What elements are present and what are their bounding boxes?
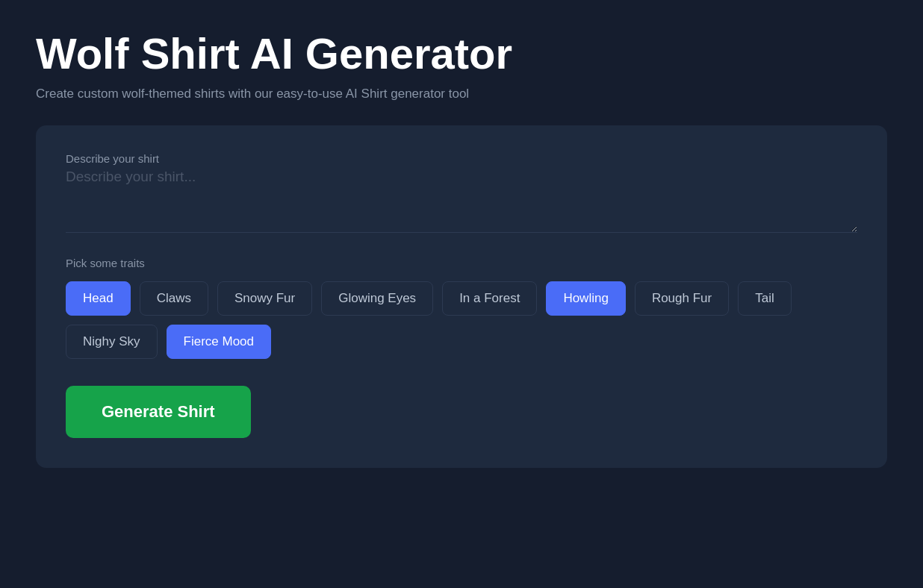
trait-btn-nighy-sky[interactable]: Nighy Sky (66, 325, 158, 359)
description-label: Describe your shirt (66, 152, 159, 165)
trait-btn-in-a-forest[interactable]: In a Forest (442, 281, 537, 316)
trait-btn-rough-fur[interactable]: Rough Fur (635, 281, 729, 316)
generate-button[interactable]: Generate Shirt (66, 386, 251, 438)
traits-label: Pick some traits (66, 257, 857, 269)
trait-btn-howling[interactable]: Howling (546, 281, 625, 316)
traits-container: HeadClawsSnowy FurGlowing EyesIn a Fores… (66, 281, 857, 359)
main-card: Describe your shirt Pick some traits Hea… (36, 125, 887, 468)
page-subtitle: Create custom wolf-themed shirts with ou… (36, 87, 887, 101)
trait-btn-snowy-fur[interactable]: Snowy Fur (217, 281, 312, 316)
trait-btn-claws[interactable]: Claws (140, 281, 208, 316)
trait-btn-fierce-mood[interactable]: Fierce Mood (167, 325, 271, 359)
trait-btn-tail[interactable]: Tail (738, 281, 792, 316)
trait-btn-head[interactable]: Head (66, 281, 131, 316)
page-title: Wolf Shirt AI Generator (36, 30, 887, 78)
trait-btn-glowing-eyes[interactable]: Glowing Eyes (321, 281, 433, 316)
description-textarea[interactable] (66, 166, 857, 233)
